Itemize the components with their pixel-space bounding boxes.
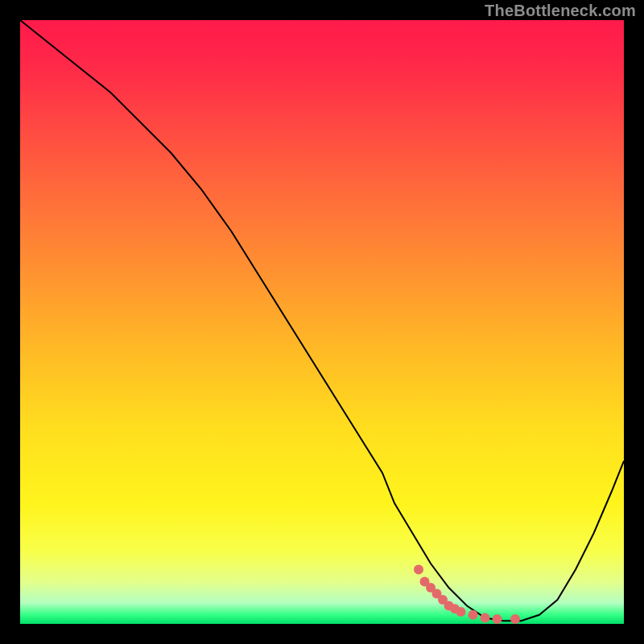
highlight-dot <box>414 565 423 575</box>
chart-background <box>20 20 624 624</box>
bottleneck-chart <box>20 20 624 624</box>
highlight-dot <box>469 610 478 620</box>
highlight-dot <box>481 613 490 623</box>
highlight-dot <box>510 614 520 624</box>
chart-frame <box>20 20 624 624</box>
highlight-dot <box>493 614 502 624</box>
highlight-dot <box>456 607 466 617</box>
watermark-text: TheBottleneck.com <box>485 2 636 20</box>
